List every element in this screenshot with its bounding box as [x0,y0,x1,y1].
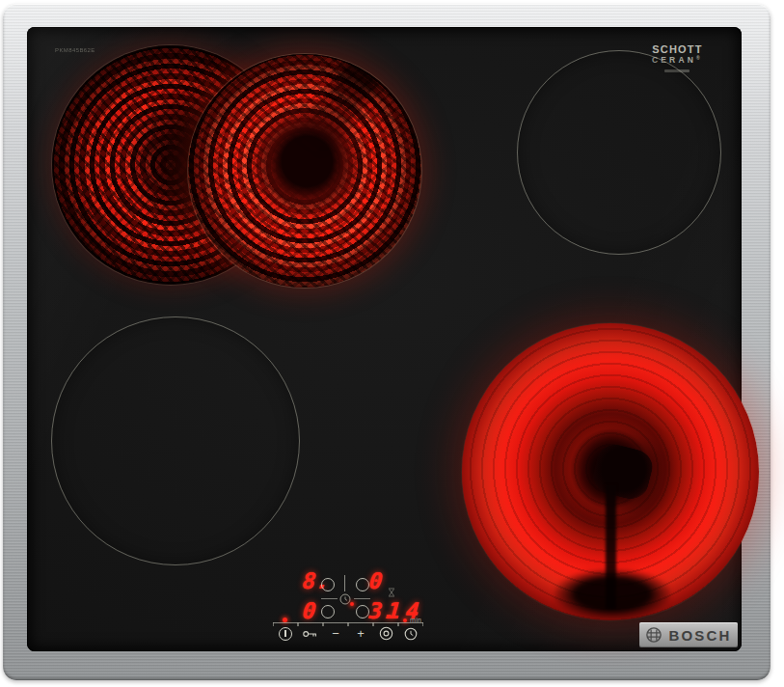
cross-line-right [354,598,370,599]
ceramic-glass-surface: PKM845B62E SCHOTT CERAN® [27,27,742,651]
dual-zone-button[interactable] [373,622,398,644]
display-back-right-level: 0 [368,570,384,592]
zone-back-right [517,50,721,255]
bosch-logo-icon [645,626,662,644]
touch-button-row: − + [273,622,431,646]
key-icon [303,629,318,639]
touch-control-panel: 8. 0 0 3. 14 min [273,564,458,649]
cooktop-product-photo: PKM845B62E SCHOTT CERAN® 8. 0 [0,0,784,687]
power-button[interactable] [273,622,298,644]
zone-front-left [51,316,300,565]
hourglass-icon [388,588,395,597]
dual-zone-icon [379,626,393,641]
zone-indicator-back-left [321,578,335,591]
plus-button[interactable]: + [348,622,373,644]
heating-element-hub [590,441,657,503]
clock-icon [404,627,418,641]
element-base-shadow [554,569,670,619]
bosch-wordmark: BOSCH [668,627,731,644]
zone-indicator-back-right [356,578,369,591]
timer-zone-dot [350,602,354,606]
child-lock-button[interactable] [298,622,323,644]
power-icon [279,627,292,641]
zone-indicator-front-right [356,605,369,618]
zone-indicator-front-left [321,605,335,618]
cross-line-left [321,598,338,599]
zone-back-left-inner-glow [188,54,421,288]
minus-button[interactable]: − [323,622,348,644]
registered-mark: ® [696,55,703,61]
display-divider [344,575,345,591]
model-code-print: PKM845B62E [55,47,95,53]
timer-button[interactable] [398,622,423,644]
minus-icon: − [332,627,339,640]
bosch-brand-badge: BOSCH [639,622,738,647]
zone-front-right-glow [462,323,759,620]
plus-icon: + [357,627,365,640]
display-front-left-level: 0 [302,600,317,622]
